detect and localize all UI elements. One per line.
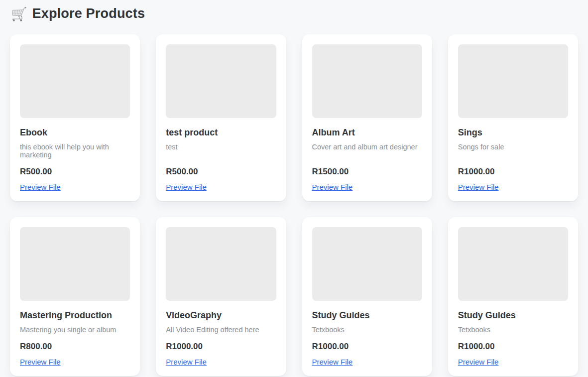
product-image-placeholder	[20, 227, 130, 301]
product-description: Tetxbooks	[312, 326, 422, 334]
preview-file-link[interactable]: Preview File	[312, 358, 353, 366]
preview-file-link[interactable]: Preview File	[20, 358, 61, 366]
product-description: test	[166, 143, 276, 159]
product-description: this ebook will help you with marketing	[20, 143, 130, 159]
product-price: R1000.00	[458, 342, 568, 352]
product-title: Study Guides	[312, 311, 422, 321]
product-title: Study Guides	[458, 311, 568, 321]
product-card: Sings Songs for sale R1000.00 Preview Fi…	[448, 34, 578, 201]
product-card: Mastering Production Mastering you singl…	[10, 217, 140, 376]
product-description: Mastering you single or album	[20, 326, 130, 334]
product-price: R1000.00	[458, 167, 568, 177]
product-title: test product	[166, 128, 276, 138]
product-price: R1000.00	[166, 342, 276, 352]
product-title: Album Art	[312, 128, 422, 138]
preview-file-link[interactable]: Preview File	[166, 358, 207, 366]
product-card: VideoGraphy All Video Editing offered he…	[156, 217, 286, 376]
product-price: R1000.00	[312, 342, 422, 352]
explore-products-page: 🛒 Explore Products Ebook this ebook will…	[0, 0, 588, 377]
product-image-placeholder	[458, 227, 568, 301]
page-title: Explore Products	[32, 6, 145, 21]
preview-file-link[interactable]: Preview File	[458, 183, 499, 191]
product-card: Album Art Cover art and album art design…	[302, 34, 432, 201]
product-image-placeholder	[312, 227, 422, 301]
preview-file-link[interactable]: Preview File	[20, 183, 61, 191]
product-card: Ebook this ebook will help you with mark…	[10, 34, 140, 201]
preview-file-link[interactable]: Preview File	[458, 358, 499, 366]
product-description: All Video Editing offered here	[166, 326, 276, 334]
product-description: Songs for sale	[458, 143, 568, 159]
product-description: Cover art and album art designer	[312, 143, 422, 159]
product-card: test product test R500.00 Preview File	[156, 34, 286, 201]
product-title: Mastering Production	[20, 311, 130, 321]
preview-file-link[interactable]: Preview File	[166, 183, 207, 191]
product-title: Sings	[458, 128, 568, 138]
product-image-placeholder	[20, 44, 130, 118]
product-price: R500.00	[20, 167, 130, 177]
product-description: Tetxbooks	[458, 326, 568, 334]
product-image-placeholder	[458, 44, 568, 118]
product-card: Study Guides Tetxbooks R1000.00 Preview …	[302, 217, 432, 376]
product-image-placeholder	[166, 227, 276, 301]
product-price: R500.00	[166, 167, 276, 177]
product-price: R800.00	[20, 342, 130, 352]
shopping-cart-icon: 🛒	[11, 7, 27, 20]
product-title: Ebook	[20, 128, 130, 138]
product-image-placeholder	[166, 44, 276, 118]
preview-file-link[interactable]: Preview File	[312, 183, 353, 191]
product-title: VideoGraphy	[166, 311, 276, 321]
product-grid: Ebook this ebook will help you with mark…	[10, 34, 578, 376]
product-card: Study Guides Tetxbooks R1000.00 Preview …	[448, 217, 578, 376]
product-image-placeholder	[312, 44, 422, 118]
page-header: 🛒 Explore Products	[11, 6, 578, 21]
product-price: R1500.00	[312, 167, 422, 177]
